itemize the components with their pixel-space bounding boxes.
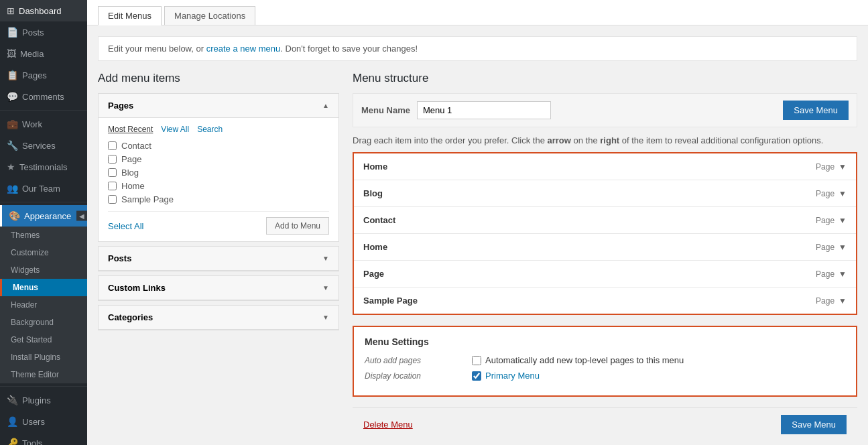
- sidebar-item-plugins[interactable]: 🔌 Plugins: [0, 389, 87, 411]
- sub-tab-most-recent[interactable]: Most Recent: [108, 125, 153, 134]
- sub-tab-search[interactable]: Search: [197, 125, 223, 134]
- custom-links-title: Custom Links: [108, 283, 166, 293]
- menu-item-expand-arrow[interactable]: ▼: [839, 243, 847, 252]
- posts-accordion-arrow: ▼: [322, 255, 329, 262]
- menu-item-right: Page ▼: [816, 162, 847, 172]
- sidebar-item-label: Dashboard: [19, 6, 62, 16]
- auto-add-pages-checkbox[interactable]: [472, 356, 481, 365]
- select-all-link[interactable]: Select All: [108, 221, 143, 231]
- page-page-checkbox[interactable]: [108, 155, 117, 164]
- right-panel: Menu structure Menu Name Save Menu Drag …: [353, 72, 857, 441]
- sidebar-sub-get-started[interactable]: Get Started: [0, 331, 87, 348]
- sidebar-sub-theme-editor[interactable]: Theme Editor: [0, 366, 87, 383]
- menu-item-page[interactable]: Page Page ▼: [354, 261, 856, 288]
- pages-accordion-arrow: ▲: [322, 102, 329, 109]
- add-to-menu-button[interactable]: Add to Menu: [266, 217, 329, 235]
- page-blog-checkbox[interactable]: [108, 168, 117, 177]
- display-location-value: Primary Menu: [472, 371, 540, 381]
- menu-item-type: Page: [816, 243, 834, 252]
- info-bar: Edit your menu below, or create a new me…: [98, 36, 857, 61]
- sidebar-item-testimonials[interactable]: ★ Testimonials: [0, 156, 87, 178]
- custom-links-accordion-header[interactable]: Custom Links ▼: [99, 276, 338, 300]
- sidebar-item-label: Posts: [22, 27, 44, 38]
- sidebar-item-services[interactable]: 🔧 Services: [0, 135, 87, 156]
- sidebar-sub-background[interactable]: Background: [0, 314, 87, 331]
- sidebar-sub-widgets[interactable]: Widgets: [0, 261, 87, 279]
- services-icon: 🔧: [7, 140, 18, 151]
- pages-checkbox-list: Contact Page Blog: [108, 141, 329, 204]
- delete-menu-link[interactable]: Delete Menu: [363, 420, 413, 430]
- team-icon: 👥: [7, 183, 18, 194]
- menu-item-home1[interactable]: Home Page ▼: [354, 153, 856, 180]
- categories-arrow: ▼: [322, 314, 329, 321]
- save-menu-button-bottom[interactable]: Save Menu: [781, 415, 847, 434]
- menu-item-expand-arrow[interactable]: ▼: [839, 216, 847, 225]
- sidebar-sub-header[interactable]: Header: [0, 296, 87, 314]
- drag-hint: Drag each item into the order you prefer…: [353, 135, 857, 145]
- custom-links-accordion: Custom Links ▼: [98, 275, 339, 301]
- primary-menu-checkbox[interactable]: [472, 371, 481, 381]
- left-panel: Add menu items Pages ▲ Most Recent View …: [98, 72, 339, 334]
- pages-sub-tabs: Most Recent View All Search: [108, 125, 329, 134]
- sidebar-item-label: Our Team: [22, 184, 60, 194]
- sidebar-item-posts[interactable]: 📄 Posts: [0, 21, 87, 43]
- menu-item-blog[interactable]: Blog Page ▼: [354, 180, 856, 207]
- sidebar-sub-install-plugins[interactable]: Install Plugins: [0, 348, 87, 366]
- sidebar-sub-customize[interactable]: Customize: [0, 244, 87, 261]
- menu-item-expand-arrow[interactable]: ▼: [839, 269, 847, 279]
- sidebar-item-our-team[interactable]: 👥 Our Team: [0, 178, 87, 199]
- testimonials-icon: ★: [7, 162, 15, 172]
- sidebar-item-media[interactable]: 🖼 Media: [0, 43, 87, 64]
- pages-accordion-title: Pages: [108, 101, 133, 111]
- auto-add-pages-label: Auto add pages: [365, 356, 458, 365]
- page-contact-checkbox[interactable]: [108, 141, 117, 150]
- menu-item-right: Page ▼: [816, 216, 847, 225]
- menu-item-type: Page: [816, 269, 834, 279]
- sub-tab-view-all[interactable]: View All: [161, 125, 189, 134]
- page-sample-checkbox[interactable]: [108, 195, 117, 204]
- sidebar-item-work[interactable]: 💼 Work: [0, 113, 87, 135]
- create-new-menu-link[interactable]: create a new menu: [206, 44, 281, 54]
- sidebar-sub-themes[interactable]: Themes: [0, 227, 87, 244]
- add-menu-items-title: Add menu items: [98, 72, 339, 85]
- sidebar-item-appearance[interactable]: 🎨 Appearance ◀: [0, 205, 87, 227]
- sidebar-item-users[interactable]: 👤 Users: [0, 411, 87, 432]
- list-item: Sample Page: [108, 194, 329, 204]
- pages-accordion-body: Most Recent View All Search Contact: [99, 118, 338, 241]
- sidebar-item-comments[interactable]: 💬 Comments: [0, 86, 87, 107]
- list-item: Home: [108, 181, 329, 191]
- sidebar-item-pages[interactable]: 📋 Pages: [0, 64, 87, 86]
- categories-accordion-header[interactable]: Categories ▼: [99, 306, 338, 330]
- sidebar-item-label: Media: [20, 49, 44, 59]
- sidebar-item-dashboard[interactable]: ⊞ Dashboard: [0, 0, 87, 21]
- tab-edit-menus[interactable]: Edit Menus: [98, 6, 162, 25]
- sidebar-item-tools[interactable]: 🔑 Tools: [0, 432, 87, 445]
- bottom-bar: Delete Menu Save Menu: [353, 407, 857, 441]
- main-content: Edit Menus Manage Locations Edit your me…: [87, 0, 868, 445]
- posts-accordion-header[interactable]: Posts ▼: [99, 247, 338, 271]
- sidebar-sub-menus[interactable]: Menus: [0, 279, 87, 296]
- menu-settings-title: Menu Settings: [365, 336, 845, 347]
- tab-manage-locations[interactable]: Manage Locations: [164, 6, 255, 25]
- menu-item-right: Page ▼: [816, 296, 847, 306]
- comments-icon: 💬: [7, 91, 18, 102]
- menu-item-expand-arrow[interactable]: ▼: [839, 162, 847, 172]
- menu-name-input[interactable]: [417, 101, 551, 119]
- menu-item-contact[interactable]: Contact Page ▼: [354, 207, 856, 234]
- pages-accordion-header[interactable]: Pages ▲: [99, 94, 338, 118]
- tools-icon: 🔑: [7, 438, 18, 445]
- menu-item-right: Page ▼: [816, 269, 847, 279]
- menu-item-type: Page: [816, 162, 834, 172]
- menu-item-expand-arrow[interactable]: ▼: [839, 296, 847, 306]
- plugins-icon: 🔌: [7, 395, 18, 405]
- menu-item-type: Page: [816, 216, 834, 225]
- list-item: Page: [108, 154, 329, 164]
- menu-item-expand-arrow[interactable]: ▼: [839, 189, 847, 198]
- auto-add-pages-text: Automatically add new top-level pages to…: [485, 355, 684, 365]
- save-menu-button-top[interactable]: Save Menu: [783, 101, 849, 120]
- page-home-checkbox[interactable]: [108, 182, 117, 190]
- menu-item-sample-page[interactable]: Sample Page Page ▼: [354, 288, 856, 314]
- menu-item-label: Home: [363, 242, 387, 252]
- menu-item-home2[interactable]: Home Page ▼: [354, 234, 856, 261]
- pages-accordion-footer: Select All Add to Menu: [108, 211, 329, 235]
